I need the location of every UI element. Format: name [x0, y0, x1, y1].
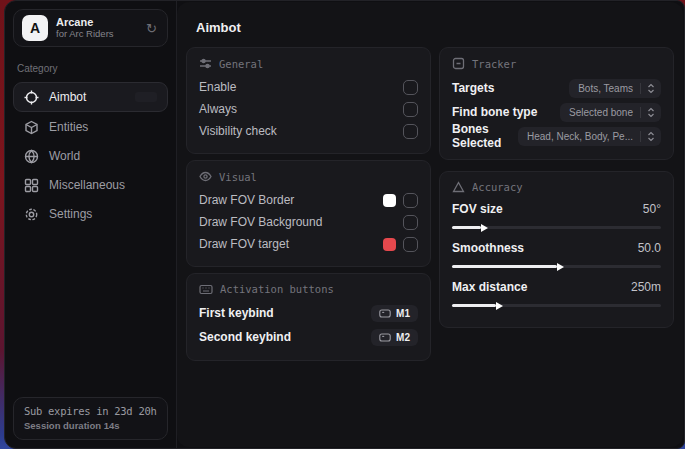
targets-dropdown[interactable]: Bots, Teams [569, 79, 661, 98]
gear-icon [24, 207, 39, 222]
chevron-up-down-icon [640, 83, 655, 94]
setting-label: Targets [452, 81, 494, 95]
max-distance-slider[interactable] [452, 304, 661, 307]
slider-thumb[interactable] [496, 302, 503, 310]
brand-logo: A [22, 15, 48, 41]
setting-row: Always [199, 98, 418, 120]
smoothness-slider[interactable] [452, 265, 661, 268]
tracker-card: Tracker Targets Bots, Teams Find bone ty… [439, 47, 674, 160]
subscription-info: Sub expires in 23d 20h Session duration … [13, 397, 168, 440]
keybind-value: M2 [396, 332, 410, 343]
slider-thumb[interactable] [557, 263, 564, 271]
max-distance-slider-block: Max distance 250m [452, 277, 661, 307]
slider-value: 50.0 [638, 241, 661, 255]
refresh-icon[interactable]: ↻ [144, 19, 159, 38]
cube-icon [24, 120, 39, 135]
second-keybind-button[interactable]: M2 [371, 329, 418, 346]
chevron-up-down-icon [640, 131, 655, 142]
bones-selected-dropdown[interactable]: Head, Neck, Body, Pe... [518, 127, 661, 146]
brand-name: Arcane [56, 16, 136, 29]
setting-label: Draw FOV Background [199, 215, 322, 229]
setting-label: Always [199, 102, 237, 116]
slider-label: Smoothness [452, 241, 524, 255]
sidebar-item-label: Aimbot [49, 90, 86, 104]
enable-checkbox[interactable] [403, 80, 418, 95]
slider-thumb[interactable] [481, 224, 488, 232]
mouse-icon [379, 333, 391, 342]
setting-label: Visibility check [199, 124, 277, 138]
setting-label: Find bone type [452, 105, 537, 119]
app-window: A Arcane for Arc Riders ↻ Category Aimbo… [4, 0, 685, 449]
fov-target-color-swatch[interactable] [383, 238, 396, 251]
accuracy-card: Accuracy FOV size 50° Smoothness [439, 171, 674, 328]
sidebar-item-label: World [49, 149, 80, 163]
mouse-icon [379, 309, 391, 318]
sidebar-item-settings[interactable]: Settings [13, 200, 168, 228]
sidebar-item-aimbot[interactable]: Aimbot [13, 82, 168, 112]
chevron-up-down-icon [640, 107, 655, 118]
crosshair-icon [24, 90, 39, 105]
sidebar-item-label: Settings [49, 207, 92, 221]
setting-row: Draw FOV Background [199, 211, 418, 233]
fov-border-color-swatch[interactable] [383, 194, 396, 207]
setting-row: Targets Bots, Teams [452, 76, 661, 100]
setting-row: Draw FOV Border [199, 189, 418, 211]
find-bone-type-dropdown[interactable]: Selected bone [560, 103, 661, 122]
setting-label: First keybind [199, 306, 274, 320]
dropdown-value: Selected bone [569, 107, 633, 118]
draw-fov-target-checkbox[interactable] [403, 237, 418, 252]
setting-label: Draw FOV Border [199, 193, 294, 207]
sidebar-item-miscellaneous[interactable]: Miscellaneous [13, 171, 168, 199]
globe-icon [24, 149, 39, 164]
smoothness-slider-block: Smoothness 50.0 [452, 238, 661, 268]
sidebar-nav: Aimbot Entities World Miscellaneous [13, 82, 168, 228]
main-panel: Aimbot General Enable [177, 2, 683, 447]
keybind-value: M1 [396, 308, 410, 319]
brand-subtitle: for Arc Riders [56, 29, 136, 40]
brand-card: A Arcane for Arc Riders ↻ [13, 9, 168, 47]
visibility-check-checkbox[interactable] [403, 124, 418, 139]
sidebar: A Arcane for Arc Riders ↻ Category Aimbo… [5, 1, 177, 448]
setting-row: Draw FOV target [199, 233, 418, 255]
activation-card: Activation buttons First keybind M1 Seco… [186, 273, 431, 361]
triangle-icon [452, 181, 465, 193]
setting-row: Visibility check [199, 120, 418, 142]
eye-icon [199, 170, 212, 183]
setting-row: Enable [199, 76, 418, 98]
session-duration-text: Session duration 14s [24, 420, 157, 431]
slider-value: 50° [643, 202, 661, 216]
sub-expires-text: Sub expires in 23d 20h [24, 405, 157, 417]
card-title: Accuracy [472, 181, 523, 193]
sidebar-item-label: Entities [49, 120, 88, 134]
sidebar-item-entities[interactable]: Entities [13, 113, 168, 141]
page-title: Aimbot [196, 20, 674, 35]
keybind-hint [135, 92, 157, 102]
first-keybind-button[interactable]: M1 [371, 305, 418, 322]
category-label: Category [17, 63, 164, 74]
grid-icon [24, 178, 39, 193]
keyboard-icon [199, 284, 213, 295]
setting-row: Bones Selected Head, Neck, Body, Pe... [452, 124, 661, 148]
fov-size-slider[interactable] [452, 226, 661, 229]
slider-value: 250m [631, 280, 661, 294]
setting-label: Enable [199, 80, 236, 94]
draw-fov-background-checkbox[interactable] [403, 215, 418, 230]
general-card: General Enable Always Visibility check [186, 47, 431, 154]
sidebar-item-world[interactable]: World [13, 142, 168, 170]
always-checkbox[interactable] [403, 102, 418, 117]
sliders-icon [199, 57, 212, 70]
draw-fov-border-checkbox[interactable] [403, 193, 418, 208]
visual-card: Visual Draw FOV Border Draw FOV Backgrou… [186, 160, 431, 267]
card-title: Tracker [472, 58, 516, 70]
card-title: General [219, 58, 263, 70]
scan-box-icon [452, 57, 465, 70]
dropdown-value: Head, Neck, Body, Pe... [527, 131, 633, 142]
card-title: Visual [219, 171, 257, 183]
setting-label: Second keybind [199, 330, 291, 344]
setting-row: First keybind M1 [199, 301, 418, 325]
fov-size-slider-block: FOV size 50° [452, 199, 661, 229]
card-title: Activation buttons [220, 283, 334, 295]
setting-label: Draw FOV target [199, 237, 289, 251]
dropdown-value: Bots, Teams [578, 83, 633, 94]
setting-label: Bones Selected [452, 122, 518, 150]
